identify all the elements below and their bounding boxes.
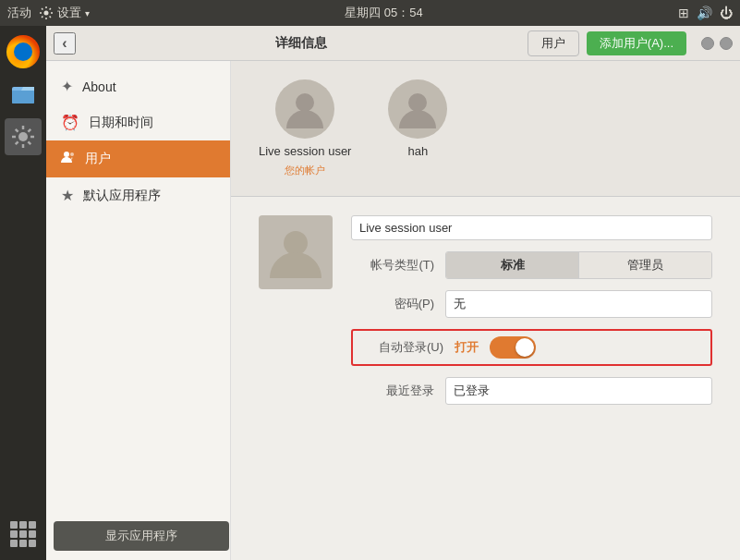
network-icon[interactable]: ⊞ — [678, 6, 689, 20]
user-name-hah: hah — [408, 144, 429, 158]
svg-point-4 — [64, 152, 69, 157]
sidebar-label-datetime: 日期和时间 — [89, 115, 153, 131]
files-icon — [8, 79, 38, 109]
svg-point-8 — [284, 231, 308, 255]
sidebar: ✦ About ⏰ 日期和时间 — [46, 61, 231, 560]
settings-label: 设置 — [57, 5, 81, 21]
users-svg — [61, 150, 76, 164]
titlebar-actions: 用户 添加用户(A)... — [528, 30, 733, 56]
account-type-group: 标准 管理员 — [445, 251, 712, 279]
detail-avatar[interactable] — [259, 215, 333, 289]
account-type-admin[interactable]: 管理员 — [579, 252, 711, 278]
detail-avatar-col — [259, 215, 333, 405]
user-card-live[interactable]: Live session user 您的帐户 — [259, 79, 351, 177]
detail-avatar-svg — [266, 223, 326, 283]
settings-arrow: ▾ — [85, 8, 90, 18]
topbar: 活动 设置 ▾ 星期四 05：54 ⊞ 🔊 ⏻ — [0, 0, 740, 26]
form-fields: 帐号类型(T) 标准 管理员 密码(P) 无 — [351, 215, 712, 405]
account-type-standard[interactable]: 标准 — [446, 252, 579, 278]
password-label: 密码(P) — [351, 296, 434, 312]
main-content: Live session user 您的帐户 hah — [231, 61, 740, 560]
toggle-knob — [516, 338, 534, 357]
user-subtitle-live: 您的帐户 — [285, 164, 325, 177]
settings-menu[interactable]: 设置 ▾ — [39, 5, 90, 21]
dock-settings[interactable] — [5, 118, 42, 155]
window-title: 详细信息 — [76, 35, 528, 52]
sidebar-item-users[interactable]: 用户 — [46, 140, 230, 177]
users-button[interactable]: 用户 — [528, 30, 579, 56]
password-row: 密码(P) 无 — [351, 290, 712, 318]
last-login-label: 最近登录 — [351, 383, 434, 399]
last-login-row: 最近登录 已登录 — [351, 377, 712, 405]
user-avatar-live — [275, 79, 334, 139]
settings-window: ‹ 详细信息 用户 添加用户(A)... ✦ About ⏰ — [46, 26, 740, 560]
password-value[interactable]: 无 — [445, 290, 712, 318]
svg-point-6 — [296, 93, 314, 112]
users-icon — [61, 150, 76, 168]
avatar-svg-hah — [394, 86, 441, 132]
settings-dock-icon — [8, 122, 38, 152]
gear-icon — [39, 6, 54, 20]
sidebar-item-about[interactable]: ✦ About — [46, 68, 230, 104]
sidebar-label-users: 用户 — [85, 151, 111, 167]
window-body: ✦ About ⏰ 日期和时间 — [46, 61, 740, 560]
apps-grid-icon — [10, 521, 36, 547]
svg-point-5 — [70, 152, 74, 156]
user-name-live: Live session user — [259, 144, 351, 158]
sidebar-label-about: About — [82, 79, 116, 94]
svg-point-7 — [408, 93, 427, 112]
close-button[interactable] — [720, 37, 733, 50]
username-row — [351, 215, 712, 240]
svg-point-3 — [18, 132, 28, 141]
window-titlebar: ‹ 详细信息 用户 添加用户(A)... — [46, 26, 740, 61]
show-apps-area: 显示应用程序 — [54, 521, 229, 551]
svg-rect-2 — [12, 91, 34, 103]
auto-login-label: 自动登录(U) — [360, 339, 443, 356]
last-login-value: 已登录 — [445, 377, 712, 405]
activities-button[interactable]: 活动 — [7, 5, 31, 21]
add-user-button[interactable]: 添加用户(A)... — [587, 31, 686, 55]
username-input[interactable] — [351, 215, 712, 240]
auto-login-toggle[interactable] — [490, 336, 536, 359]
dock-firefox[interactable] — [5, 33, 42, 70]
show-apps-label-btn[interactable]: 显示应用程序 — [54, 521, 229, 551]
datetime-icon: ⏰ — [61, 114, 79, 131]
svg-point-0 — [44, 11, 49, 16]
users-section: Live session user 您的帐户 hah — [231, 61, 740, 197]
sidebar-label-default-apps: 默认应用程序 — [83, 188, 161, 204]
show-apps-button[interactable] — [5, 516, 42, 553]
about-icon: ✦ — [61, 78, 73, 95]
sidebar-item-datetime[interactable]: ⏰ 日期和时间 — [46, 104, 230, 140]
minimize-button[interactable] — [701, 37, 714, 50]
window-controls — [701, 37, 733, 50]
default-apps-icon: ★ — [61, 187, 74, 204]
back-button[interactable]: ‹ — [54, 32, 76, 55]
user-card-hah[interactable]: hah — [388, 79, 447, 158]
auto-login-state: 打开 — [455, 339, 479, 356]
account-type-label: 帐号类型(T) — [351, 257, 434, 274]
detail-form: 帐号类型(T) 标准 管理员 密码(P) 无 — [231, 197, 740, 423]
avatar-svg-live — [282, 86, 328, 132]
main-area: ‹ 详细信息 用户 添加用户(A)... ✦ About ⏰ — [0, 26, 740, 560]
sidebar-item-default-apps[interactable]: ★ 默认应用程序 — [46, 177, 230, 213]
power-icon[interactable]: ⏻ — [720, 6, 733, 20]
dock — [0, 26, 46, 560]
sound-icon[interactable]: 🔊 — [697, 6, 712, 20]
account-type-row: 帐号类型(T) 标准 管理员 — [351, 251, 712, 279]
clock: 星期四 05：54 — [345, 6, 423, 19]
user-avatar-hah — [388, 79, 447, 139]
auto-login-row: 自动登录(U) 打开 — [351, 329, 712, 366]
dock-files[interactable] — [5, 76, 42, 113]
